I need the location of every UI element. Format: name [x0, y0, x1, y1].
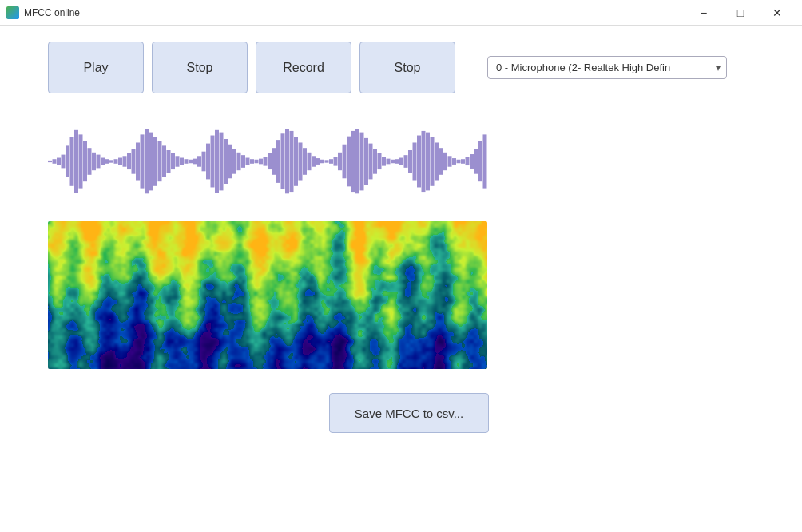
play-button[interactable]: Play: [48, 42, 144, 93]
title-bar: MFCC online − □ ✕: [0, 0, 802, 26]
title-bar-controls: − □ ✕: [685, 0, 796, 26]
minimize-button[interactable]: −: [685, 0, 722, 26]
spectrogram-container: [48, 221, 487, 369]
save-mfcc-button[interactable]: Save MFCC to csv...: [329, 393, 489, 433]
maximize-button[interactable]: □: [722, 0, 759, 26]
stop-play-button[interactable]: Stop: [152, 42, 248, 93]
app-icon: [6, 6, 19, 19]
waveform-canvas: [48, 113, 487, 209]
stop-record-button[interactable]: Stop: [359, 42, 455, 93]
toolbar: Play Stop Record Stop 0 - Microphone (2-…: [48, 42, 770, 93]
app-title: MFCC online: [24, 7, 80, 18]
device-select[interactable]: 0 - Microphone (2- Realtek High Defin 1 …: [487, 56, 727, 79]
record-button[interactable]: Record: [256, 42, 351, 93]
waveform-container: [48, 109, 487, 213]
device-select-wrapper: 0 - Microphone (2- Realtek High Defin 1 …: [487, 56, 727, 79]
save-section: Save MFCC to csv...: [48, 393, 770, 433]
close-button[interactable]: ✕: [759, 0, 796, 26]
main-content: Play Stop Record Stop 0 - Microphone (2-…: [0, 26, 802, 532]
spectrogram-canvas: [48, 221, 487, 369]
title-bar-left: MFCC online: [6, 6, 80, 19]
